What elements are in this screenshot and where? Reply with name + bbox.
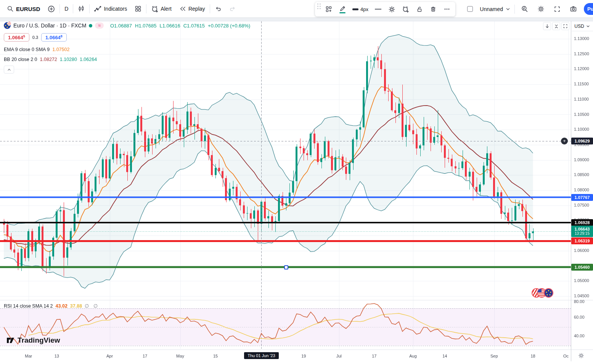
redo-button[interactable]	[225, 2, 240, 16]
chevron-up-icon	[7, 67, 11, 72]
undo-button[interactable]	[211, 2, 225, 16]
high-value: H1.07685	[135, 23, 156, 29]
bb-basis-value: 1.08272	[40, 57, 57, 62]
interval-button[interactable]: D	[61, 2, 72, 16]
rsi-legend: RSI 14 close SMA 14 2 43.02 37.88 ∅ ∅	[4, 303, 99, 309]
watermark-text: TradingView	[18, 336, 60, 345]
eu-flag-icon	[544, 288, 553, 298]
change-value: +0.00728 (+0.68%)	[208, 23, 250, 29]
gear-icon	[537, 5, 545, 13]
drawing-settings-button[interactable]	[386, 3, 398, 15]
quick-search-icon	[521, 5, 528, 13]
trash-icon	[430, 6, 437, 13]
price-axis-label-line-price[interactable]: 1.05460	[571, 264, 593, 271]
candlestick-icon	[78, 5, 85, 12]
more-options-button[interactable]	[441, 3, 453, 15]
fullscreen-icon	[554, 6, 561, 13]
indicators-label: Indicators	[104, 6, 127, 12]
grid-plus-icon	[325, 6, 332, 13]
candle-countdown: 13:29:15	[575, 231, 590, 236]
time-axis-settings-button[interactable]	[578, 353, 584, 360]
interval-label: D	[64, 6, 68, 12]
tradingview-app: { "toolbar_left": { "symbol": "EURUSD", …	[0, 0, 593, 364]
bb-upper-value: 1.10280	[60, 57, 77, 62]
line-thickness-button[interactable]: 4px	[350, 3, 371, 15]
replay-label: Replay	[188, 6, 205, 12]
chart-type-button[interactable]	[74, 2, 88, 16]
chevron-down-icon	[586, 24, 590, 29]
layout-grid-icon	[135, 5, 141, 12]
symbol-flag-icon	[4, 22, 11, 29]
add-alert-plus-button[interactable]: +	[561, 138, 568, 144]
toolbar-shadow-strip	[0, 18, 593, 21]
lock-open-icon	[416, 6, 423, 13]
horizontal-line-drag-handle[interactable]	[284, 265, 288, 269]
chart-settings-button[interactable]	[534, 2, 548, 16]
indicators-icon	[94, 5, 101, 13]
rsi-indicator-label[interactable]: RSI 14 close SMA 14 2	[4, 303, 53, 309]
price-axis-label-last-price: 1.0664313:29:15	[571, 226, 593, 237]
add-alert-on-drawing-button[interactable]	[400, 3, 412, 15]
alarm-clock-plus-icon	[151, 5, 158, 13]
symbol-title[interactable]: Euro / U.S. Dollar · 1D · FXCM	[13, 22, 86, 29]
save-layout-checkbox[interactable]	[463, 2, 477, 16]
bid-price-button[interactable]: 1.06645	[4, 33, 29, 42]
alert-button[interactable]: Alert	[147, 2, 175, 16]
rsi-value: 43.02	[56, 303, 67, 309]
thickness-sample-icon	[352, 8, 358, 10]
low-value: L1.06616	[159, 23, 180, 29]
maximize-pane-button[interactable]	[561, 22, 569, 30]
currency-selector[interactable]: USD	[572, 21, 593, 31]
snapshot-button[interactable]	[566, 2, 581, 16]
collapse-pane-button[interactable]	[552, 22, 560, 30]
price-axis-label-crosshair-price: 1.09629	[571, 138, 593, 144]
ema-indicator-label[interactable]: EMA 9 close 0 SMA 9	[4, 47, 50, 52]
open-value: O1.06887	[110, 23, 132, 29]
price-axis-label-line-price[interactable]: 1.06928	[571, 219, 593, 226]
delete-drawing-button[interactable]	[427, 3, 439, 15]
compare-add-symbol-button[interactable]	[44, 2, 59, 16]
price-axis-label-line-price[interactable]: 1.07767	[571, 194, 593, 201]
replay-button[interactable]: Replay	[175, 2, 209, 16]
rsi-hidden-toggles[interactable]: ∅ ∅	[85, 303, 99, 309]
active-color-underline	[339, 12, 346, 13]
chevron-down-icon	[505, 6, 511, 12]
symbol-search-button[interactable]: EURUSD	[3, 2, 44, 16]
legend-collapse-button[interactable]	[4, 66, 14, 74]
price-axis-label-line-price[interactable]: 1.06319	[571, 237, 593, 244]
bb-lower-value: 1.06264	[80, 57, 97, 62]
indicator-templates-button[interactable]	[131, 2, 145, 16]
scroll-to-recent-button[interactable]	[543, 22, 551, 30]
layout-name-button[interactable]: Unnamed	[478, 2, 512, 16]
fullscreen-button[interactable]	[550, 2, 564, 16]
lock-drawing-button[interactable]	[413, 3, 426, 15]
chart-legend: Euro / U.S. Dollar · 1D · FXCM ≈ O1.0688…	[4, 22, 250, 62]
draw-tool-active-button[interactable]	[336, 3, 349, 15]
alert-label: Alert	[161, 6, 172, 12]
thickness-label: 4px	[360, 6, 368, 12]
quick-search-button[interactable]	[517, 2, 532, 16]
drag-handle[interactable]	[317, 3, 321, 15]
collapse-icon	[554, 24, 559, 29]
ask-price-button[interactable]: 1.06648	[41, 33, 67, 42]
camera-icon	[570, 5, 577, 13]
gear-icon	[578, 353, 584, 359]
layout-toolbar: Unnamed	[463, 0, 593, 18]
chart-corner-buttons	[543, 22, 569, 30]
search-icon	[7, 5, 14, 12]
pencil-icon	[339, 5, 346, 12]
currency-label: USD	[574, 24, 584, 29]
tradingview-watermark[interactable]: TradingView	[6, 336, 60, 345]
add-to-favorites-button[interactable]	[323, 3, 335, 15]
drawing-toolbar: 4px	[315, 2, 455, 16]
line-style-button[interactable]	[372, 3, 384, 15]
undo-icon	[215, 5, 222, 12]
ema-value: 1.07502	[52, 47, 69, 52]
market-open-dot-icon	[89, 24, 92, 27]
rsi-sma-value: 37.88	[70, 303, 82, 309]
indicators-button[interactable]: Indicators	[90, 2, 131, 16]
bb-indicator-label[interactable]: BB 20 close 2 0	[4, 57, 37, 62]
publish-button[interactable]: Pu	[584, 3, 593, 15]
alarm-plus-icon	[402, 6, 409, 13]
delayed-data-badge[interactable]: ≈	[95, 22, 104, 29]
